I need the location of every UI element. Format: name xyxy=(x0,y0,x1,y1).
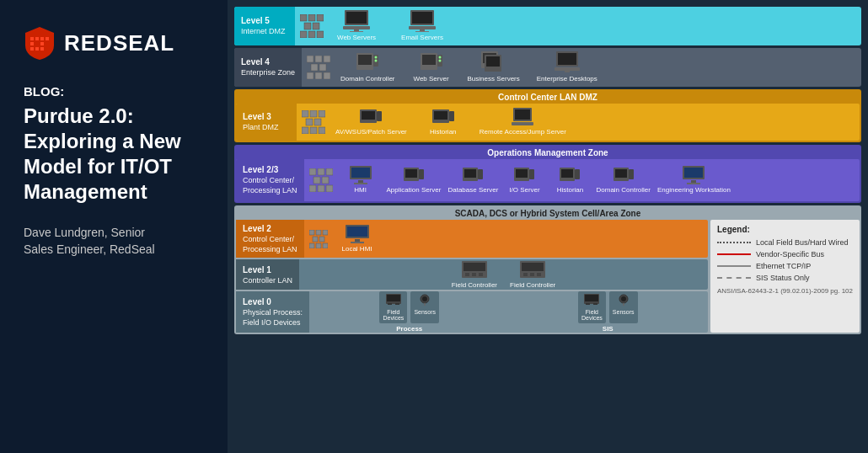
svg-rect-59 xyxy=(310,127,317,134)
sensors-icon xyxy=(418,294,431,306)
business-servers-label: Business Servers xyxy=(468,75,520,83)
svg-rect-41 xyxy=(422,55,436,65)
svg-rect-125 xyxy=(388,303,392,305)
enterprise-desktops-label: Enterprise Desktops xyxy=(537,75,597,83)
level23-devices: HMI Application Server xyxy=(338,159,860,201)
svg-rect-26 xyxy=(415,31,429,32)
svg-rect-27 xyxy=(307,56,313,62)
svg-rect-76 xyxy=(318,185,324,192)
svg-rect-56 xyxy=(306,119,313,125)
legend-note: ANSI/ISA-62443-2-1 (99.02.01)-2009 pg. 1… xyxy=(717,287,853,295)
app-server-icon xyxy=(404,166,424,184)
svg-rect-57 xyxy=(314,119,321,125)
hmi-device: HMI xyxy=(341,166,380,195)
local-hmi-device: Local HMI xyxy=(338,225,377,253)
svg-rect-63 xyxy=(377,111,382,121)
svg-rect-117 xyxy=(479,273,483,276)
svg-point-135 xyxy=(621,296,626,301)
firewall-icon xyxy=(300,14,324,38)
enterprise-desktops-icon xyxy=(555,51,580,73)
svg-point-39 xyxy=(375,60,378,62)
historian-l3-icon xyxy=(432,108,454,126)
historian-l3-device: Historian xyxy=(424,108,463,136)
svg-rect-62 xyxy=(362,111,375,120)
legend-sis: SIS Status Only xyxy=(717,274,853,282)
level5-firewall xyxy=(295,7,329,45)
svg-point-44 xyxy=(438,60,441,62)
svg-rect-74 xyxy=(322,177,329,184)
scada-title: SCADA, DCS or Hybrid System Cell/Area Zo… xyxy=(236,207,860,220)
svg-rect-71 xyxy=(318,168,324,175)
remote-access-label: Remote Access/Jump Server xyxy=(480,128,566,136)
field-controller-2-icon xyxy=(520,261,545,280)
level1-devices: Field Controller Field Controller xyxy=(299,259,708,290)
web-servers-device: Web Servers xyxy=(337,10,376,42)
svg-rect-83 xyxy=(405,169,417,178)
field-controller-1-icon xyxy=(462,261,487,280)
control-center-dmz-title: Control Center LAN DMZ xyxy=(236,91,860,104)
svg-rect-53 xyxy=(302,110,308,117)
field-devices-icon xyxy=(386,294,401,306)
svg-rect-106 xyxy=(309,243,314,248)
eng-workstation-device: Engineering Workstation xyxy=(657,166,731,195)
svg-rect-1 xyxy=(35,37,39,40)
email-servers-device: Email Servers xyxy=(401,10,443,42)
svg-rect-29 xyxy=(324,56,330,62)
svg-rect-108 xyxy=(323,243,328,248)
svg-rect-81 xyxy=(354,183,367,184)
svg-rect-14 xyxy=(300,31,307,38)
svg-rect-112 xyxy=(351,242,364,243)
legend-box: Legend: Local Field Bus/Hard Wired Vendo… xyxy=(710,220,860,333)
level5-sublabel: Internet DMZ xyxy=(241,27,288,37)
svg-rect-31 xyxy=(319,64,326,71)
svg-rect-72 xyxy=(326,168,333,175)
svg-rect-110 xyxy=(347,226,367,237)
svg-rect-114 xyxy=(463,263,485,271)
blog-label: BLOG: xyxy=(24,84,204,99)
enterprise-desktops-device: Enterprise Desktops xyxy=(537,51,597,83)
svg-point-38 xyxy=(375,56,378,59)
svg-rect-77 xyxy=(326,185,333,192)
redseal-logo-icon xyxy=(24,25,56,61)
av-server-icon xyxy=(360,108,382,126)
svg-rect-93 xyxy=(575,169,580,179)
level5-title: Level 5 xyxy=(241,15,288,26)
svg-rect-28 xyxy=(315,56,322,62)
level23-label: Level 2/3 Control Center/Processing LAN xyxy=(236,159,304,201)
blog-title: Purdue 2.0:Exploring a NewModel for IT/O… xyxy=(24,104,204,205)
svg-rect-122 xyxy=(537,273,541,276)
level2-row: Level 2 Control Center/Processing LAN xyxy=(236,220,708,258)
domain-controller-label: Domain Controller xyxy=(340,75,394,83)
domain-ctrl-l23-icon xyxy=(613,166,634,184)
business-servers-device: Business Servers xyxy=(468,51,520,83)
svg-rect-23 xyxy=(412,12,432,24)
svg-rect-80 xyxy=(358,180,363,183)
historian-l23-icon xyxy=(560,166,580,184)
scada-content: Level 2 Control Center/Processing LAN xyxy=(236,220,860,333)
legend-local-fieldbus: Local Field Bus/Hard Wired xyxy=(717,238,853,247)
svg-rect-69 xyxy=(512,122,533,125)
email-servers-icon xyxy=(409,10,436,32)
svg-rect-6 xyxy=(30,47,34,51)
svg-rect-73 xyxy=(313,177,320,184)
legend-title: Legend: xyxy=(717,225,853,234)
sensors-sis: Sensors xyxy=(609,291,638,323)
svg-rect-10 xyxy=(308,14,315,21)
level3-zone: Control Center LAN DMZ Level 3 Plant DMZ xyxy=(234,89,861,142)
svg-rect-95 xyxy=(615,169,627,178)
svg-rect-121 xyxy=(530,273,534,276)
svg-rect-34 xyxy=(324,72,330,79)
process-group: FieldDevices Sensors xyxy=(379,291,439,333)
svg-rect-19 xyxy=(343,26,370,29)
svg-rect-58 xyxy=(302,127,308,134)
av-server-label: AV/WSUS/Patch Server xyxy=(335,128,407,136)
svg-rect-3 xyxy=(46,37,49,40)
historian-l23-device: Historian xyxy=(550,166,589,195)
svg-rect-11 xyxy=(317,14,324,21)
level4-label: Level 4 Enterprise Zone xyxy=(234,48,302,87)
web-server-device: Web Server xyxy=(412,51,451,83)
legend-ethernet: Ethernet TCP/IP xyxy=(717,262,853,270)
field-devices-sis: FieldDevices xyxy=(578,291,606,323)
db-server-icon xyxy=(463,166,483,184)
svg-rect-36 xyxy=(358,55,372,65)
